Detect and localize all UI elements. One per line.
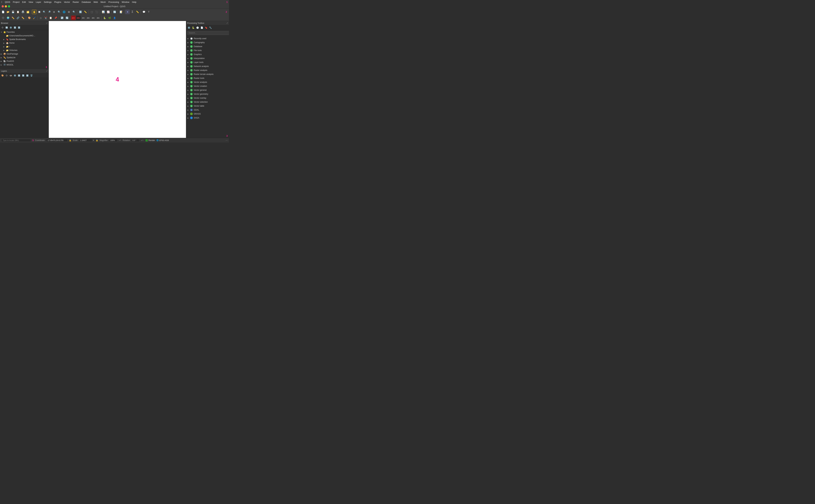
menu-edit[interactable]: Edit	[22, 1, 26, 3]
add-layer-btn[interactable]: ➕	[1, 16, 5, 20]
label3-btn[interactable]: abc	[81, 16, 86, 20]
tree-bookmarks[interactable]: ▶ 🔖 Spatial Bookmarks	[0, 38, 49, 41]
profile-btn[interactable]: 👤	[112, 16, 117, 20]
toolbox-search-input[interactable]	[187, 31, 229, 35]
toolbox-item-raster-tools[interactable]: ▶ Q Raster tools	[186, 76, 229, 80]
scale-input[interactable]	[79, 139, 92, 142]
label6-btn[interactable]: abc	[96, 16, 101, 20]
zoom-in-btn[interactable]: 🔍	[42, 10, 46, 14]
toolbox-item-layer-tools[interactable]: ▶ Q Layer tools	[186, 60, 229, 64]
menu-mesh[interactable]: Mesh	[101, 1, 106, 3]
layer-notes-btn[interactable]: 📝	[119, 10, 123, 14]
toolbox-history-btn[interactable]: 🕐	[196, 26, 199, 30]
save-project-btn[interactable]: 💾	[11, 10, 15, 14]
coordinate-input[interactable]	[46, 139, 68, 142]
layers-collapse-btn[interactable]: ⬇️	[25, 74, 29, 77]
grass-btn[interactable]: 🌿	[107, 16, 112, 20]
deselect-btn[interactable]: ⬛	[94, 10, 99, 14]
toolbox-collapse-icon[interactable]: ⤢	[226, 22, 228, 24]
layers-collapse-icon[interactable]: ⤢	[46, 70, 48, 72]
python-btn[interactable]: Σ	[130, 10, 135, 14]
menu-plugins[interactable]: Plugins	[54, 1, 61, 3]
print-btn[interactable]: 🖨️	[20, 10, 25, 14]
zoom-native-btn[interactable]: ⊞	[67, 10, 71, 14]
toolbox-item-vector-overlay[interactable]: ▶ Q Vector overlay	[186, 96, 229, 100]
minimize-button[interactable]	[5, 5, 7, 7]
label2-btn[interactable]: abc	[76, 16, 81, 20]
label5-btn[interactable]: abc	[91, 16, 96, 20]
undo-btn[interactable]: ↩️	[60, 16, 64, 20]
menu-view[interactable]: View	[29, 1, 33, 3]
label-btn[interactable]: abn	[71, 16, 76, 20]
toolbox-item-cartography[interactable]: ▶ Q Cartography	[186, 40, 229, 44]
tree-postgis[interactable]: ▶ 🐘 PostGIS	[0, 59, 49, 63]
zoom-in2-btn[interactable]: 🔍	[72, 10, 76, 14]
layers-add-btn[interactable]: ➕	[5, 74, 8, 77]
toolbox-item-raster-analysis[interactable]: ▶ Q Raster analysis	[186, 68, 229, 72]
menu-window[interactable]: Window	[122, 1, 129, 3]
toolbox-item-graphics[interactable]: ▶ Q Graphics	[186, 52, 229, 56]
vertex-btn[interactable]: ◇	[38, 16, 43, 20]
tree-volumes[interactable]: ▶ 📁 /Volumes	[0, 48, 49, 52]
menu-project[interactable]: Project	[13, 1, 20, 3]
paste-btn[interactable]: 📌	[53, 16, 58, 20]
menu-vector[interactable]: Vector	[64, 1, 70, 3]
rotation-input[interactable]	[131, 139, 140, 142]
copy-btn[interactable]: 📋	[48, 16, 53, 20]
plugins-btn[interactable]: ✦	[125, 10, 130, 14]
pan-to-selection-btn[interactable]: 🔲	[37, 10, 41, 14]
menu-settings[interactable]: Settings	[44, 1, 52, 3]
browser-collapse-btn[interactable]: ⬇️	[13, 26, 17, 29]
open-project-btn[interactable]: 📂	[6, 10, 10, 14]
toolbox-item-raster-terrain[interactable]: ▶ Q Raster terrain analysis	[186, 72, 229, 76]
toolbox-item-network-analysis[interactable]: ▶ Q Network analysis	[186, 64, 229, 68]
identify-btn[interactable]: ℹ️	[78, 10, 83, 14]
add-raster-btn[interactable]: 🌍	[6, 16, 10, 20]
label4-btn[interactable]: abc	[86, 16, 91, 20]
toolbox-wrench-btn[interactable]: 🔧	[209, 26, 212, 30]
tree-geopackage[interactable]: ▶ 📦 GeoPackage	[0, 52, 49, 56]
speech-btn[interactable]: 💬	[142, 10, 146, 14]
cut-btn[interactable]: ✂️	[43, 16, 48, 20]
toolbox-results-btn[interactable]: 📄	[200, 26, 204, 30]
toolbox-item-saga[interactable]: ▶ 🌐 SAGA	[186, 116, 229, 120]
pan-map-btn[interactable]: ✋	[32, 10, 37, 14]
toolbox-item-vector-creation[interactable]: ▶ Q Vector creation	[186, 84, 229, 88]
style-btn[interactable]: 🎨	[27, 16, 32, 20]
toolbox-item-vector-analysis[interactable]: ▶ Q Vector analysis	[186, 80, 229, 84]
toolbox-item-vector-geometry[interactable]: ▶ Q Vector geometry	[186, 92, 229, 96]
toolbox-item-file-tools[interactable]: ▶ Q File tools	[186, 48, 229, 52]
toolbox-python-btn[interactable]: 🐍	[191, 26, 195, 30]
menu-qgis[interactable]: QGIS	[5, 1, 10, 3]
scale-dropdown-icon[interactable]: ▼	[93, 139, 95, 141]
toolbox-item-database[interactable]: ▶ Q Database	[186, 44, 229, 48]
toolbox-item-gdal[interactable]: ▶ G GDAL	[186, 108, 229, 112]
magnifier-input[interactable]	[109, 139, 117, 142]
browser-filter-btn[interactable]: ⚙️	[9, 26, 13, 29]
toolbox-item-vector-table[interactable]: ▶ Q Vector table	[186, 104, 229, 108]
tree-mssql[interactable]: ▶ 🗄️ MSSQL	[0, 63, 49, 65]
toolbox-item-grass[interactable]: ▶ 🌿 GRASS	[186, 112, 229, 116]
tree-root[interactable]: ▶ 📁 /	[0, 45, 49, 48]
menu-help[interactable]: Help	[132, 1, 136, 3]
menu-layer[interactable]: Layer	[36, 1, 41, 3]
refresh-btn[interactable]: 🔄	[112, 10, 117, 14]
attribute-table-btn[interactable]: 📊	[101, 10, 105, 14]
layers-menu-btn[interactable]: ⬇️	[17, 74, 21, 77]
edit-btn[interactable]: ✏️	[20, 16, 25, 20]
tree-favorites[interactable]: ▼ ⭐ Favorites	[0, 30, 49, 34]
save-as-btn[interactable]: 📋	[16, 10, 20, 14]
project-props-btn[interactable]: 🗂️	[25, 10, 30, 14]
menu-web[interactable]: Web	[93, 1, 98, 3]
magnifier-stepper[interactable]: ▲▼	[119, 140, 121, 141]
layers-filter-btn[interactable]: ⚙️	[13, 74, 17, 77]
redo-btn[interactable]: ↪️	[65, 16, 69, 20]
layers-expand-btn[interactable]: ⬆️	[21, 74, 25, 77]
zoom-selection-btn[interactable]: 🔍	[57, 10, 61, 14]
layers-visibility-btn[interactable]: 👁️	[9, 74, 13, 77]
toolbox-item-recently-used[interactable]: ▶ 🕐 Recently used	[186, 37, 229, 40]
zoom-layer-btn[interactable]: 🌐	[62, 10, 66, 14]
menu-processing[interactable]: Processing	[108, 1, 119, 3]
menu-raster[interactable]: Raster	[73, 1, 79, 3]
close-button[interactable]	[2, 5, 4, 7]
